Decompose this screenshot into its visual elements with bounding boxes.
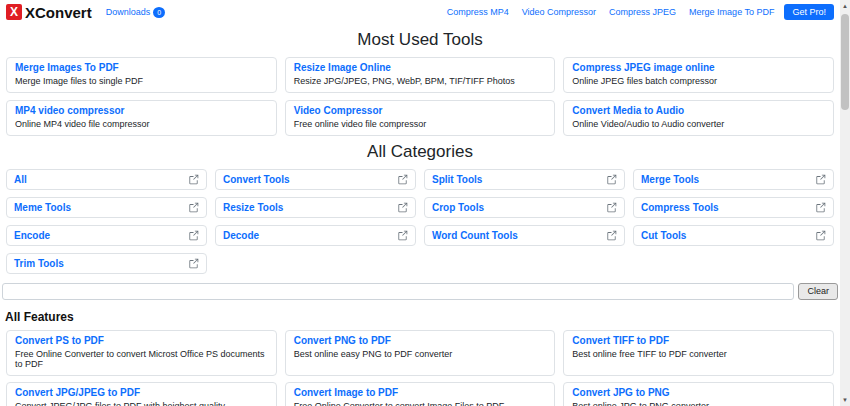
external-link-icon	[188, 202, 199, 213]
external-link-icon	[606, 230, 617, 241]
category-label: Encode	[14, 230, 50, 241]
downloads-link[interactable]: Downloads 0	[106, 7, 165, 18]
tool-card-video-compressor[interactable]: Video Compressor Free online video file …	[285, 100, 556, 136]
external-link-icon	[188, 174, 199, 185]
feature-card-desc: Free Online Converter to convert Image F…	[294, 401, 547, 406]
most-used-tools-grid: Merge Images To PDF Merge Image files to…	[0, 57, 840, 136]
tool-card-compress-jpeg[interactable]: Compress JPEG image online Online JPEG f…	[563, 57, 834, 93]
external-link-icon	[815, 202, 826, 213]
tool-card-title: Resize Image Online	[294, 62, 547, 74]
search-row: Clear	[0, 283, 840, 300]
category-button-merge-tools[interactable]: Merge Tools	[633, 169, 834, 190]
xconvert-logo-icon: X	[6, 4, 22, 20]
tool-card-desc: Free online video file compressor	[294, 119, 547, 130]
feature-card-jpg-to-png[interactable]: Convert JPG to PNG Best online JPG to PN…	[563, 382, 834, 406]
category-label: Split Tools	[432, 174, 482, 185]
external-link-icon	[606, 174, 617, 185]
scroll-up-icon[interactable]: ▲	[840, 0, 850, 12]
category-label: Word Count Tools	[432, 230, 518, 241]
category-label: Decode	[223, 230, 259, 241]
category-button-encode[interactable]: Encode	[6, 225, 207, 246]
nav-compress-jpeg[interactable]: Compress JPEG	[609, 7, 676, 17]
tool-card-mp4-video-compressor[interactable]: MP4 video compressor Online MP4 video fi…	[6, 100, 277, 136]
tool-card-desc: Online Video/Audio to Audio converter	[572, 119, 825, 130]
external-link-icon	[815, 174, 826, 185]
category-button-crop-tools[interactable]: Crop Tools	[424, 197, 625, 218]
category-button-convert-tools[interactable]: Convert Tools	[215, 169, 416, 190]
feature-card-png-to-pdf[interactable]: Convert PNG to PDF Best online easy PNG …	[285, 330, 556, 377]
category-button-meme-tools[interactable]: Meme Tools	[6, 197, 207, 218]
top-nav: Compress MP4 Video Compressor Compress J…	[447, 7, 775, 17]
external-link-icon	[188, 258, 199, 269]
external-link-icon	[397, 202, 408, 213]
category-label: Meme Tools	[14, 202, 71, 213]
external-link-icon	[397, 174, 408, 185]
nav-merge-image-to-pdf[interactable]: Merge Image To PDF	[689, 7, 774, 17]
scrollbar-thumb[interactable]	[841, 14, 849, 110]
feature-card-desc: Convert JPEG/JPG files to PDF with heigh…	[15, 401, 268, 406]
search-input[interactable]	[2, 283, 794, 300]
page-content: X XConvert Downloads 0 Compress MP4 Vide…	[0, 0, 840, 406]
tool-card-desc: Online JPEG files batch compressor	[572, 76, 825, 87]
nav-compress-mp4[interactable]: Compress MP4	[447, 7, 509, 17]
feature-card-title: Convert TIFF to PDF	[572, 335, 825, 347]
tool-card-title: Video Compressor	[294, 105, 547, 117]
tool-card-title: MP4 video compressor	[15, 105, 268, 117]
category-label: Cut Tools	[641, 230, 686, 241]
all-features-title: All Features	[0, 310, 840, 324]
category-button-compress-tools[interactable]: Compress Tools	[633, 197, 834, 218]
feature-card-desc: Best online JPG to PNG converter	[572, 401, 825, 406]
category-button-decode[interactable]: Decode	[215, 225, 416, 246]
brand-logo[interactable]: X XConvert	[6, 4, 92, 21]
category-button-all[interactable]: All	[6, 169, 207, 190]
category-label: All	[14, 174, 27, 185]
category-label: Trim Tools	[14, 258, 64, 269]
nav-video-compressor[interactable]: Video Compressor	[522, 7, 596, 17]
feature-card-title: Convert Image to PDF	[294, 387, 547, 399]
clear-button[interactable]: Clear	[798, 283, 838, 300]
category-label: Resize Tools	[223, 202, 283, 213]
feature-card-title: Convert PNG to PDF	[294, 335, 547, 347]
category-label: Crop Tools	[432, 202, 484, 213]
scroll-down-icon[interactable]: ▼	[840, 394, 850, 406]
downloads-count-badge: 0	[153, 7, 165, 18]
feature-card-tiff-to-pdf[interactable]: Convert TIFF to PDF Best online free TIF…	[563, 330, 834, 377]
tool-card-title: Merge Images To PDF	[15, 62, 268, 74]
feature-card-desc: Best online easy PNG to PDF converter	[294, 349, 547, 360]
external-link-icon	[188, 230, 199, 241]
external-link-icon	[397, 230, 408, 241]
tool-card-title: Convert Media to Audio	[572, 105, 825, 117]
category-label: Compress Tools	[641, 202, 719, 213]
tool-card-desc: Online MP4 video file compressor	[15, 119, 268, 130]
category-button-resize-tools[interactable]: Resize Tools	[215, 197, 416, 218]
feature-card-desc: Best online free TIFF to PDF converter	[572, 349, 825, 360]
all-categories-title: All Categories	[0, 142, 840, 162]
category-button-word-count-tools[interactable]: Word Count Tools	[424, 225, 625, 246]
features-grid: Convert PS to PDF Free Online Converter …	[0, 330, 840, 406]
category-button-trim-tools[interactable]: Trim Tools	[6, 253, 207, 274]
downloads-label: Downloads	[106, 7, 151, 17]
tool-card-title: Compress JPEG image online	[572, 62, 825, 74]
category-label: Convert Tools	[223, 174, 289, 185]
brand-name: XConvert	[25, 4, 92, 21]
category-label: Merge Tools	[641, 174, 699, 185]
feature-card-desc: Free Online Converter to convert Microst…	[15, 349, 268, 371]
feature-card-title: Convert PS to PDF	[15, 335, 268, 347]
feature-card-title: Convert JPG to PNG	[572, 387, 825, 399]
tool-card-merge-images-to-pdf[interactable]: Merge Images To PDF Merge Image files to…	[6, 57, 277, 93]
feature-card-ps-to-pdf[interactable]: Convert PS to PDF Free Online Converter …	[6, 330, 277, 377]
feature-card-image-to-pdf[interactable]: Convert Image to PDF Free Online Convert…	[285, 382, 556, 406]
tool-card-desc: Resize JPG/JPEG, PNG, WebP, BPM, TIF/TIF…	[294, 76, 547, 87]
categories-grid: All Convert Tools Split Tools Merge Tool…	[0, 169, 840, 274]
feature-card-jpg-jpeg-to-pdf[interactable]: Convert JPG/JPEG to PDF Convert JPEG/JPG…	[6, 382, 277, 406]
get-pro-button[interactable]: Get Pro!	[784, 4, 834, 20]
external-link-icon	[815, 230, 826, 241]
scrollbar[interactable]: ▲ ▼	[840, 0, 850, 406]
tool-card-desc: Merge Image files to single PDF	[15, 76, 268, 87]
category-button-split-tools[interactable]: Split Tools	[424, 169, 625, 190]
tool-card-convert-media-to-audio[interactable]: Convert Media to Audio Online Video/Audi…	[563, 100, 834, 136]
category-button-cut-tools[interactable]: Cut Tools	[633, 225, 834, 246]
tool-card-resize-image-online[interactable]: Resize Image Online Resize JPG/JPEG, PNG…	[285, 57, 556, 93]
external-link-icon	[606, 202, 617, 213]
header: X XConvert Downloads 0 Compress MP4 Vide…	[0, 0, 840, 24]
